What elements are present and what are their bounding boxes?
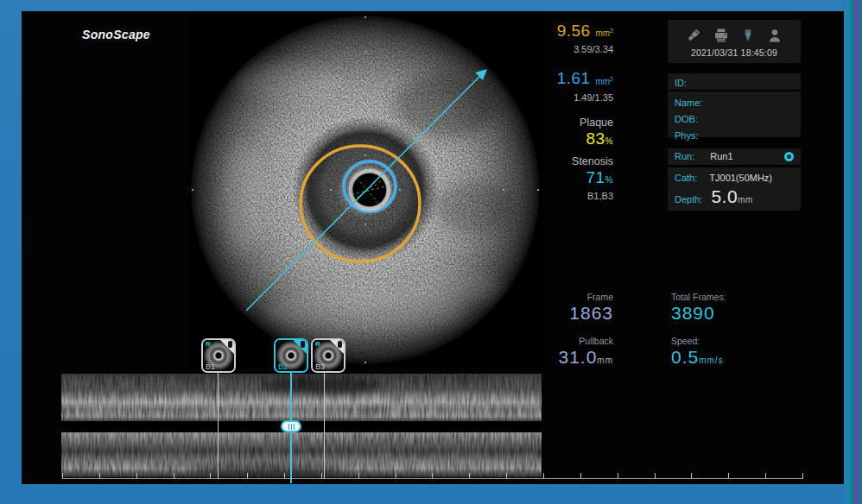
monitor-bezel-stripes [843,0,862,504]
total-frames-label: Total Frames: [671,293,809,302]
run-value: Run1 [710,148,784,165]
bookmark-b1-marker: R [206,340,211,349]
frame-label: Frame [492,293,613,302]
bookmark-thumbnail-b2[interactable]: B2 [274,338,308,373]
total-frames-value: 3890 [671,304,809,323]
eem-area-number: 9.56 [557,22,591,40]
stenosis-value: 71% [492,169,613,189]
bookmark-b2-flag-icon[interactable] [301,341,305,348]
bookmark-b1-label: B1 [206,362,215,371]
patient-dob-field[interactable]: DOB: [675,110,794,127]
lumen-area-value: 1.61 mm2 [492,70,613,90]
bookmark-b2-label: B2 [278,362,288,371]
patient-name-field[interactable]: Name: [675,94,794,110]
eem-area-value: 9.56 mm2 [492,22,613,42]
depth-value: 5.0mm [711,186,752,207]
probe-icon[interactable] [741,28,755,43]
catheter-info-panel: Cath: TJ001(50MHz) Depth: 5.0mm [668,167,801,211]
bookmark-b3-flag-icon[interactable] [338,341,342,348]
frame-readout: Frame 1863 Pullback 31.0mm [492,293,613,370]
lumen-diameters: 1.49/1.35 [492,92,613,104]
ivus-cross-section-view[interactable] [188,13,542,367]
cath-label: Cath: [675,172,697,184]
measurement-panel: 9.56 mm2 3.59/3.34 1.61 mm2 1.49/1.35 Pl… [492,22,613,202]
ivus-image [188,13,542,367]
toolbar-icons [668,26,801,45]
patient-info-panel: Name: DOB: Phys: [668,91,801,137]
run-selector[interactable]: Run: Run1 [668,148,801,165]
usb-icon[interactable] [686,28,701,43]
run-label: Run: [675,148,694,165]
frame-value: 1863 [492,304,613,323]
lumen-area-number: 1.61 [557,70,591,88]
brand-logo: SonoScape [82,28,150,41]
patient-phys-field[interactable]: Phys: [675,127,794,143]
longitudinal-strip-bottom [61,430,542,477]
cath-value: TJ001(50MHz) [709,172,772,184]
speed-value: 0.5mm/s [671,348,809,370]
bookmark-b3-label: B3 [315,362,325,371]
pullback-ruler[interactable] [62,473,803,479]
stenosis-reference-bookmarks: B1,B3 [492,191,613,202]
speed-label: Speed: [671,337,809,346]
catheter-row: Cath: TJ001(50MHz) [675,172,794,184]
bookmark-b1-frame-line[interactable] [218,373,219,479]
patient-id-field[interactable]: ID: [668,73,801,90]
system-datetime: 2021/03/31 18:45:09 [668,47,801,58]
user-icon[interactable] [767,28,783,43]
plaque-label: Plaque [492,117,613,129]
depth-label: Depth: [675,194,702,205]
catheter-shadow [353,173,386,206]
pullback-label: Pullback [492,337,613,346]
eem-area-unit: mm2 [595,28,613,38]
longitudinal-strip-top [61,374,542,421]
total-frames-readout: Total Frames: 3890 Speed: 0.5mm/s [671,293,809,370]
frame-slider-handle[interactable] [281,420,301,432]
bookmark-thumbnail-b1[interactable]: R B1 [201,338,236,373]
eem-diameters: 3.59/3.34 [492,44,613,55]
ivus-workstation-screen: SonoScape [22,11,844,484]
longitudinal-view[interactable] [61,374,542,477]
bookmark-b3-marker: R [315,340,320,349]
stenosis-label: Stenosis [492,155,613,167]
lumen-area-unit: mm2 [595,77,613,86]
patient-id-label: ID: [675,78,687,88]
plaque-value: 83% [492,130,613,150]
monitor-frame: SonoScape [0,0,862,504]
pullback-value: 31.0mm [492,348,613,370]
bookmark-b3-frame-line[interactable] [324,373,325,479]
bookmark-thumbnail-b3[interactable]: R B3 [311,338,345,373]
bookmark-b1-flag-icon[interactable] [228,341,232,348]
depth-row: Depth: 5.0mm [675,186,794,207]
run-record-icon[interactable] [784,152,794,161]
system-toolbar: 2021/03/31 18:45:09 [668,20,801,63]
printer-icon[interactable] [713,28,729,43]
